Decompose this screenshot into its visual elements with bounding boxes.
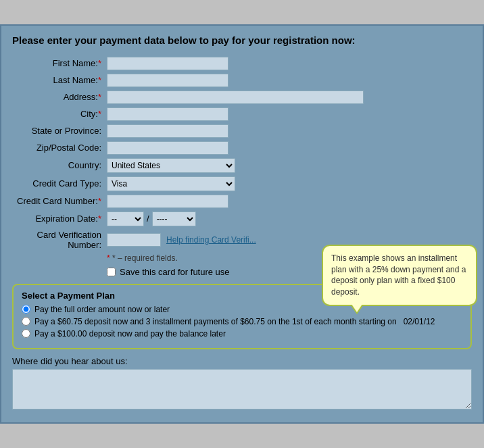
payment-plan-section: This example shows an installment plan w… — [12, 284, 472, 349]
form-section: First Name:* Last Name:* Address:* City:… — [12, 57, 472, 412]
zip-label: Zip/Postal Code: — [12, 143, 107, 153]
country-row: Country: United States Canada United Kin… — [12, 158, 472, 173]
cvn-label: Card Verification Number: — [12, 230, 107, 250]
cc-number-input[interactable] — [107, 195, 228, 208]
city-input[interactable] — [107, 107, 228, 121]
city-row: City:* — [12, 107, 472, 121]
state-label: State or Province: — [12, 126, 107, 136]
cc-type-select[interactable]: Visa Mastercard American Express Discove… — [107, 176, 235, 191]
address-row: Address:* — [12, 91, 472, 104]
last-name-label: Last Name:* — [12, 75, 107, 85]
save-card-label[interactable]: Save this card for future use — [120, 267, 230, 277]
exp-date-row: Expiration Date:* -- 01020304 05060708 0… — [12, 211, 472, 226]
payment-option-3: Pay a $100.00 deposit now and pay the ba… — [22, 329, 462, 339]
cc-number-label: Credit Card Number:* — [12, 196, 107, 206]
first-name-row: First Name:* — [12, 57, 472, 70]
address-input[interactable] — [107, 91, 364, 104]
last-name-input[interactable] — [107, 74, 228, 87]
zip-input[interactable] — [107, 141, 228, 155]
payment-radio-2[interactable] — [22, 317, 30, 326]
first-name-label: First Name:* — [12, 58, 107, 68]
exp-separator: / — [147, 214, 149, 224]
cc-type-label: Credit Card Type: — [12, 178, 107, 189]
city-label: City:* — [12, 109, 107, 119]
state-row: State or Province: — [12, 124, 472, 138]
payment-radio-3[interactable] — [22, 329, 30, 338]
tooltip-bubble: This example shows an installment plan w… — [322, 245, 477, 306]
exp-year-select[interactable]: ---- 2024202520262027 202820292030 — [152, 211, 196, 226]
hear-section: Where did you hear about us: — [12, 356, 472, 412]
payment-option-1-label[interactable]: Pay the full order amount now or later — [34, 305, 170, 314]
payment-option-2: Pay a $60.75 deposit now and 3 installme… — [22, 317, 462, 326]
payment-option-2-label[interactable]: Pay a $60.75 deposit now and 3 installme… — [34, 317, 435, 326]
cc-number-row: Credit Card Number:* — [12, 195, 472, 208]
cc-type-row: Credit Card Type: Visa Mastercard Americ… — [12, 176, 472, 191]
state-input[interactable] — [107, 124, 228, 138]
main-container: Please enter your payment data below to … — [0, 24, 484, 424]
cvn-help-link[interactable]: Help finding Card Verifi... — [166, 235, 256, 245]
hear-label: Where did you hear about us: — [12, 356, 472, 366]
page-title: Please enter your payment data below to … — [12, 34, 472, 47]
exp-date-label: Expiration Date:* — [12, 214, 107, 224]
zip-row: Zip/Postal Code: — [12, 141, 472, 155]
country-select[interactable]: United States Canada United Kingdom — [107, 158, 235, 173]
last-name-row: Last Name:* — [12, 74, 472, 87]
save-card-checkbox[interactable] — [107, 268, 116, 276]
first-name-input[interactable] — [107, 57, 228, 70]
tooltip-text: This example shows an installment plan w… — [331, 253, 466, 297]
country-label: Country: — [12, 160, 107, 170]
payment-option-3-label[interactable]: Pay a $100.00 deposit now and pay the ba… — [34, 329, 226, 339]
payment-radio-1[interactable] — [22, 305, 30, 314]
exp-month-select[interactable]: -- 01020304 05060708 09101112 — [107, 211, 144, 226]
cvn-input[interactable] — [107, 233, 161, 247]
address-label: Address:* — [12, 92, 107, 102]
hear-textarea[interactable] — [12, 369, 472, 409]
